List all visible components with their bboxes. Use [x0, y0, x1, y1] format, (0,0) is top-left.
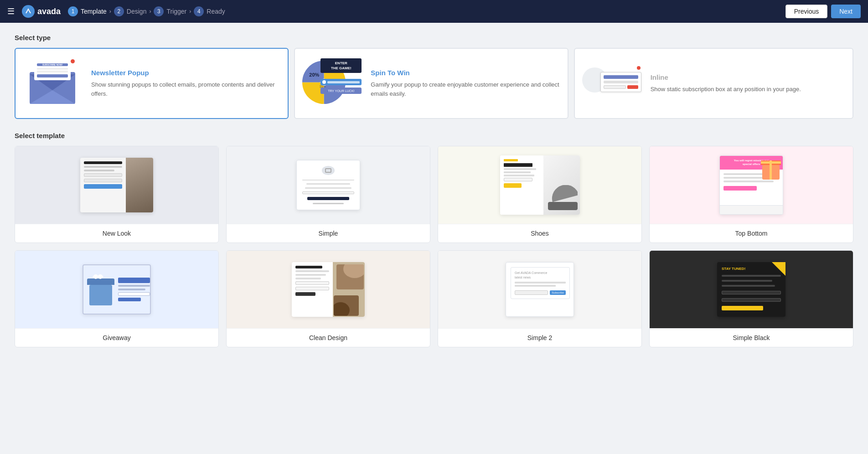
inline-title: Inline	[651, 73, 801, 81]
template-name-top-bottom: Top Bottom	[650, 224, 853, 242]
step-number-1: 1	[68, 6, 78, 16]
select-template-label: Select template	[15, 132, 853, 139]
template-card-simple[interactable]: Simple	[226, 146, 430, 243]
chevron-icon-2: ›	[149, 8, 151, 15]
template-thumb-clean-design	[227, 251, 430, 328]
logo-text: avada	[37, 7, 61, 16]
simple-preview	[227, 146, 430, 224]
template-name-giveaway: Giveaway	[15, 328, 218, 347]
newlook-preview	[15, 146, 218, 224]
breadcrumb: 1 Template › 2 Design › 3 Trigger › 4 Re…	[68, 6, 225, 16]
type-cards-container: SUBSCRIBE NOW! Newsletter Popup Show stu…	[15, 48, 853, 119]
chevron-icon-1: ›	[109, 8, 111, 15]
breadcrumb-step-4[interactable]: 4 Ready	[194, 6, 225, 16]
newsletter-card-info: Newsletter Popup Show stunning popups to…	[91, 69, 280, 98]
next-button[interactable]: Next	[831, 5, 861, 18]
type-card-newsletter[interactable]: SUBSCRIBE NOW! Newsletter Popup Show stu…	[15, 48, 289, 119]
template-grid: New Look	[15, 146, 853, 347]
type-card-spin[interactable]: ENTERTHE GAME! TRY YOUR LUCK! 20% 10% Sp…	[294, 48, 568, 119]
previous-button[interactable]: Previous	[785, 5, 827, 18]
spin-illustration: ENTERTHE GAME! TRY YOUR LUCK! 20% 10%	[302, 56, 362, 111]
template-thumb-simple-2: Get AVADA Commerce latest news Subscribe	[438, 251, 641, 328]
step-number-4: 4	[194, 6, 204, 16]
template-card-shoes[interactable]: Shoes	[438, 146, 642, 243]
template-thumb-simple-black: STAY TUNED!	[650, 251, 853, 328]
giveaway-preview	[15, 251, 218, 328]
topbottom-preview: You will regret missing our special offe…	[650, 146, 853, 224]
inline-description: Show static subscription box at any posi…	[651, 85, 801, 94]
logo: avada	[22, 5, 61, 18]
template-name-shoes: Shoes	[438, 224, 641, 242]
spin-title: Spin To Win	[371, 69, 560, 77]
step-number-3: 3	[154, 6, 164, 16]
step-number-2: 2	[114, 6, 124, 16]
select-type-label: Select type	[15, 34, 853, 41]
main-content: Select type SUBSCRIBE NOW!	[0, 23, 868, 358]
logo-icon	[22, 5, 35, 18]
breadcrumb-step-1[interactable]: 1 Template	[68, 6, 107, 16]
template-thumb-simple	[227, 146, 430, 224]
template-name-simple-2: Simple 2	[438, 328, 641, 347]
template-thumb-new-look	[15, 146, 218, 224]
header: ☰ avada 1 Template › 2 Design › 3	[0, 0, 868, 23]
template-card-clean-design[interactable]: Clean Design	[226, 250, 430, 347]
simpleblack-preview: STAY TUNED!	[650, 251, 853, 328]
template-thumb-giveaway	[15, 251, 218, 328]
template-name-new-look: New Look	[15, 224, 218, 242]
step-label-2: Design	[127, 8, 147, 15]
template-card-simple-2[interactable]: Get AVADA Commerce latest news Subscribe…	[438, 250, 642, 347]
type-card-inline[interactable]: Inline Show static subscription box at a…	[574, 48, 853, 119]
header-right: Previous Next	[785, 5, 861, 18]
template-name-simple-black: Simple Black	[650, 328, 853, 347]
template-card-simple-black[interactable]: STAY TUNED! Simple Black	[649, 250, 853, 347]
template-card-new-look[interactable]: New Look	[15, 146, 219, 243]
template-thumb-shoes	[438, 146, 641, 224]
step-label-3: Trigger	[166, 8, 186, 15]
breadcrumb-step-2[interactable]: 2 Design	[114, 6, 147, 16]
step-label-4: Ready	[207, 8, 225, 15]
template-name-simple: Simple	[227, 224, 430, 242]
newsletter-illustration: SUBSCRIBE NOW!	[23, 56, 82, 111]
template-card-giveaway[interactable]: Giveaway	[15, 250, 219, 347]
inline-illustration	[582, 56, 641, 111]
header-left: ☰ avada 1 Template › 2 Design › 3	[7, 5, 225, 18]
newsletter-illus: SUBSCRIBE NOW!	[27, 58, 78, 108]
template-thumb-top-bottom: You will regret missing our special offe…	[650, 146, 853, 224]
spin-card-info: Spin To Win Gamify your popup to create …	[371, 69, 560, 98]
inline-card-info: Inline Show static subscription box at a…	[651, 73, 801, 94]
template-card-top-bottom[interactable]: You will regret missing our special offe…	[649, 146, 853, 243]
spin-description: Gamify your popup to create enjoyable cu…	[371, 80, 560, 98]
cleandesign-preview	[227, 251, 430, 328]
shoes-preview	[438, 146, 641, 224]
hamburger-icon[interactable]: ☰	[7, 6, 15, 16]
chevron-icon-3: ›	[189, 8, 191, 15]
newsletter-title: Newsletter Popup	[91, 69, 280, 77]
simple2-preview: Get AVADA Commerce latest news Subscribe	[438, 251, 641, 328]
newsletter-description: Show stunning popups to collect emails, …	[91, 80, 280, 98]
breadcrumb-step-3[interactable]: 3 Trigger	[154, 6, 186, 16]
template-name-clean-design: Clean Design	[227, 328, 430, 347]
step-label-1: Template	[81, 8, 107, 15]
